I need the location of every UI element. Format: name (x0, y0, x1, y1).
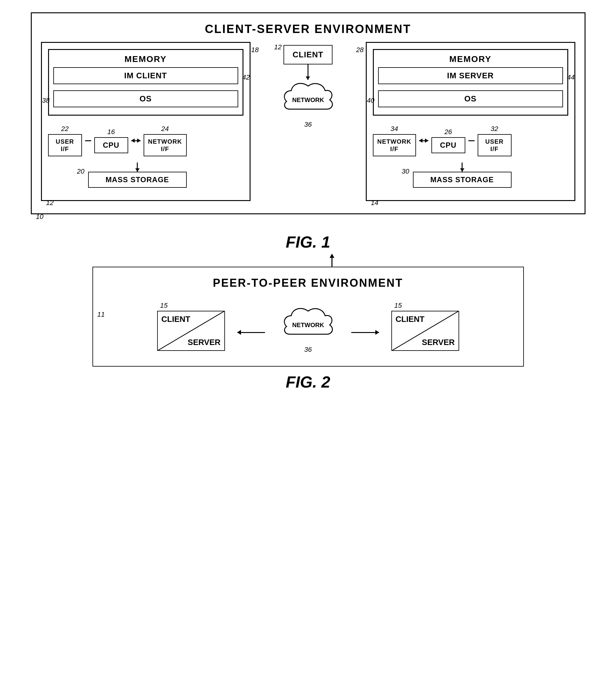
left-network-if-label: NETWORKI/F (147, 138, 184, 153)
svg-text:NETWORK: NETWORK (292, 96, 324, 103)
ref-36-fig1: 36 (304, 120, 311, 129)
fig2-right-ref-15: 15 (395, 301, 402, 310)
right-user-if-label: USERI/F (481, 138, 508, 153)
cpu-netif-line (131, 140, 141, 141)
ref-10: 10 (36, 213, 44, 221)
right-network-if-label: NETWORKI/F (376, 138, 413, 153)
right-mass-storage-label: MASS STORAGE (430, 176, 494, 184)
right-netif-cpu-line (419, 140, 428, 141)
fig2-left-arrow (237, 332, 265, 333)
right-mass-storage-box: MASS STORAGE (413, 172, 512, 188)
fig2-left-cs-box: CLIENT SERVER (157, 311, 225, 351)
ref-40: 40 (367, 96, 374, 105)
right-user-if-box: USERI/F (478, 134, 512, 156)
ref-16: 16 (107, 128, 115, 136)
fig2-label: FIG. 2 (286, 373, 330, 391)
right-memory-label: MEMORY (378, 54, 563, 64)
right-os-box: OS (378, 90, 563, 107)
fig2-outer-box: PEER-TO-PEER ENVIRONMENT 11 15 CLIENT SE… (92, 267, 524, 367)
left-cpu-label: CPU (97, 141, 125, 150)
fig2-diagram: PEER-TO-PEER ENVIRONMENT 11 15 CLIENT SE… (92, 267, 524, 367)
im-server-label: IM SERVER (447, 71, 494, 80)
ref-34: 34 (390, 125, 398, 133)
client-network-line (308, 64, 308, 80)
left-mass-storage-label: MASS STORAGE (105, 176, 169, 184)
fig1-inner-layout: 18 MEMORY IM CLIENT 42 38 (41, 42, 575, 201)
im-client-label: IM CLIENT (124, 71, 167, 80)
ref-28: 28 (356, 46, 364, 54)
ref-26: 26 (444, 128, 452, 136)
cpu-mass-line (137, 162, 138, 172)
left-network-if-box: NETWORKI/F (144, 134, 187, 156)
fig2-ref-36: 36 (304, 346, 311, 354)
ref-30: 30 (402, 167, 409, 176)
fig1-title: CLIENT-SERVER ENVIRONMENT (41, 23, 575, 36)
fig1-label: FIG. 1 (286, 233, 330, 251)
left-user-if-label: USERI/F (51, 138, 79, 153)
ref-12-left: 12 (46, 199, 54, 207)
left-cpu-box: CPU (94, 137, 128, 153)
right-network-if-box: NETWORKI/F (373, 134, 416, 156)
fig2-right-arrow (351, 332, 379, 333)
fig2-title: PEER-TO-PEER ENVIRONMENT (105, 277, 511, 290)
fig1-middle: 12 CLIENT NETWORK 36 (251, 42, 366, 129)
ref-24: 24 (161, 125, 169, 133)
im-server-box: IM SERVER (378, 67, 563, 84)
left-os-box: OS (53, 90, 238, 107)
right-cpu-box: CPU (431, 137, 465, 153)
left-memory-label: MEMORY (53, 54, 238, 64)
fig2-right-server-label: SERVER (422, 338, 454, 347)
middle-client-label: CLIENT (293, 50, 324, 59)
svg-marker-7 (329, 254, 334, 258)
right-cpu-mass-line (461, 162, 463, 172)
ref-32: 32 (491, 125, 498, 133)
right-machine-box: 28 MEMORY IM SERVER 44 40 (366, 42, 575, 201)
im-client-box: IM CLIENT (53, 67, 238, 84)
fig2-ref-11: 11 (97, 311, 105, 318)
ref-20: 20 (77, 167, 85, 176)
middle-client-box: CLIENT (284, 45, 333, 64)
left-user-if-box: USERI/F (48, 134, 82, 156)
right-memory-box: MEMORY IM SERVER 44 40 OS (373, 49, 568, 116)
fig1-outer-box: CLIENT-SERVER ENVIRONMENT 18 MEMORY IM C… (31, 12, 586, 214)
ref-42: 42 (242, 73, 250, 82)
ref-44: 44 (567, 73, 574, 82)
network-cloud: NETWORK (277, 80, 339, 120)
right-cpu-label: CPU (434, 141, 462, 150)
ref-12-middle: 12 (274, 43, 282, 51)
fig2-left-ref-15: 15 (160, 301, 168, 310)
left-mass-storage-box: MASS STORAGE (88, 172, 187, 188)
user-cpu-line (85, 140, 91, 141)
fig2-inner-layout: 11 15 CLIENT SERVER (105, 299, 511, 354)
fig2-left-server-label: SERVER (188, 338, 220, 347)
left-os-label: OS (140, 94, 152, 103)
fig2-network-cloud: NETWORK (277, 305, 339, 345)
left-machine-box: 18 MEMORY IM CLIENT 42 38 (41, 42, 251, 201)
ref-22: 22 (61, 125, 68, 133)
fig2-right-cs-box: CLIENT SERVER (392, 311, 459, 351)
left-memory-box: MEMORY IM CLIENT 42 38 OS (48, 49, 243, 116)
ref-38: 38 (42, 96, 50, 105)
fig1-diagram: CLIENT-SERVER ENVIRONMENT 18 MEMORY IM C… (31, 12, 586, 214)
svg-text:NETWORK: NETWORK (292, 322, 324, 328)
right-os-label: OS (465, 94, 477, 103)
ref-14: 14 (371, 199, 378, 207)
right-cpu-user-line (468, 140, 475, 141)
